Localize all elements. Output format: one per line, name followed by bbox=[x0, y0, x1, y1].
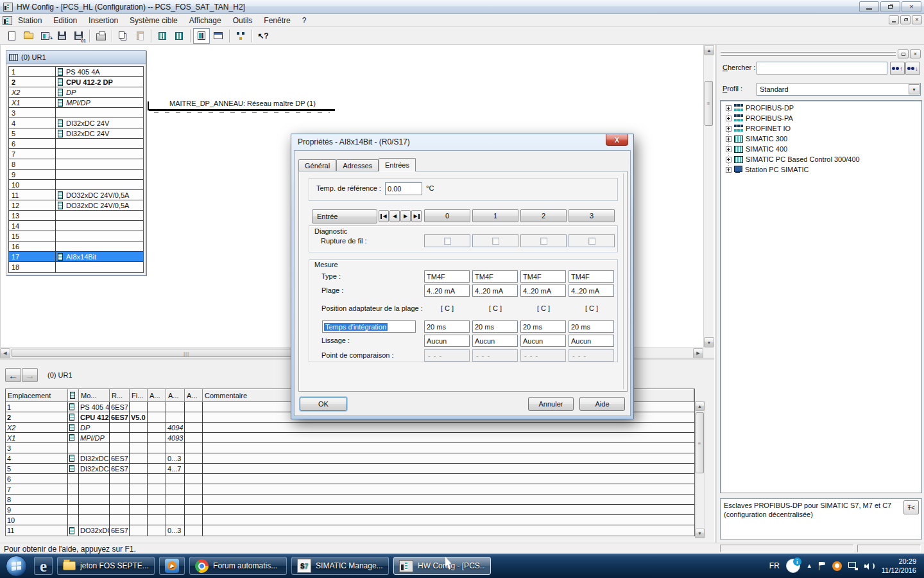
checkbox-unchecked[interactable] bbox=[444, 238, 451, 245]
integration-value-0[interactable]: 20 ms bbox=[424, 320, 470, 333]
lissage-value-1[interactable]: Aucun bbox=[472, 335, 518, 347]
nav-previous-button[interactable]: ◀ bbox=[389, 210, 400, 222]
rack-slot-2[interactable]: 2CPU 412-2 DP bbox=[9, 77, 143, 87]
network-configuration-button[interactable] bbox=[232, 28, 249, 44]
table-row-5[interactable]: 5DI32xDC 24V6ES74...7 bbox=[6, 464, 694, 474]
scroll-up-arrow[interactable]: ▲ bbox=[695, 401, 705, 411]
rack-slot-18[interactable]: 18 bbox=[9, 262, 143, 272]
tree-item-simatic-400[interactable]: SIMATIC 400 bbox=[721, 144, 921, 154]
lissage-value-2[interactable]: Aucun bbox=[520, 335, 566, 347]
new-station-button[interactable] bbox=[3, 28, 20, 44]
rack-slot-16[interactable]: 16 bbox=[9, 241, 143, 252]
nav-next-button[interactable]: ▶ bbox=[400, 210, 411, 222]
channel-column-header-1[interactable]: 1 bbox=[472, 209, 518, 222]
upload-from-module-button[interactable]: ↑ bbox=[171, 28, 187, 44]
expand-plus-icon[interactable] bbox=[726, 146, 732, 152]
action-center-flag-icon[interactable] bbox=[819, 562, 826, 570]
taskbar-button-internet-explorer[interactable]: e bbox=[34, 557, 53, 575]
mdi-minimize-button[interactable] bbox=[889, 15, 899, 24]
comparison-value-1[interactable]: - - - bbox=[472, 349, 518, 362]
table-row-x1[interactable]: X1MPI/DP4093 bbox=[6, 433, 694, 443]
table-row-8[interactable]: 8 bbox=[6, 495, 694, 505]
dp-master-label[interactable]: MAITRE_DP_ANNEAU: Réseau maître DP (1) bbox=[169, 100, 316, 107]
table-row-10[interactable]: 10 bbox=[6, 515, 694, 525]
open-online-button[interactable] bbox=[37, 28, 53, 44]
cancel-button[interactable]: Annuler bbox=[528, 397, 574, 411]
table-row-9[interactable]: 9 bbox=[6, 505, 694, 515]
nav-last-button[interactable]: ▶ bbox=[411, 210, 422, 222]
context-help-button[interactable]: ↖? bbox=[255, 28, 271, 44]
chevron-down-icon[interactable]: ▼ bbox=[909, 84, 920, 94]
show-hidden-icons-chevron[interactable]: ▲ bbox=[807, 563, 812, 569]
taskbar-button-hw-config[interactable]: HW Config - [PCS... bbox=[393, 557, 491, 575]
table-row-6[interactable]: 6 bbox=[6, 474, 694, 484]
expand-plus-icon[interactable] bbox=[726, 116, 732, 121]
position-value-1[interactable]: [ C ] bbox=[472, 303, 518, 313]
lissage-value-0[interactable]: Aucun bbox=[424, 335, 470, 347]
integration-time-field[interactable]: Temps d'intégration bbox=[322, 320, 416, 333]
tree-item-profibus-dp[interactable]: PROFIBUS-DP bbox=[721, 103, 921, 113]
rack-slot-10[interactable]: 10 bbox=[9, 180, 143, 190]
find-next-button[interactable]: ↑ bbox=[890, 62, 905, 75]
checkbox-unchecked[interactable] bbox=[588, 238, 595, 245]
checkbox-unchecked[interactable] bbox=[492, 238, 499, 245]
catalog-sort-button[interactable]: Ŧ< bbox=[903, 500, 919, 514]
menu-outils[interactable]: Outils bbox=[227, 15, 259, 26]
save-and-compile-button[interactable]: 01 bbox=[70, 28, 87, 44]
type-value-3[interactable]: TM4F bbox=[569, 270, 614, 283]
reference-temp-input[interactable]: 0.00 bbox=[385, 182, 422, 195]
menu-edition[interactable]: Edition bbox=[47, 15, 83, 26]
catalog-drag-grip[interactable] bbox=[721, 51, 896, 53]
canvas-vertical-scrollbar[interactable]: ▲ ≡ ▼ bbox=[703, 45, 714, 347]
rack-slot-9[interactable]: 9 bbox=[9, 170, 143, 180]
rack-slot-5[interactable]: 5DI32xDC 24V bbox=[9, 128, 143, 139]
table-vertical-scrollbar[interactable]: ▲ ≡ ▼ bbox=[695, 401, 705, 538]
minimize-button[interactable] bbox=[859, 1, 879, 12]
expand-plus-icon[interactable] bbox=[726, 105, 732, 111]
table-row-11[interactable]: 11DO32xDC 24V/0,5A6ES70...3 bbox=[6, 525, 694, 536]
canvas-vscroll-thumb[interactable]: ≡ bbox=[705, 81, 713, 126]
integration-value-2[interactable]: 20 ms bbox=[520, 320, 566, 333]
menu-station[interactable]: Station bbox=[12, 15, 47, 26]
expand-plus-icon[interactable] bbox=[726, 136, 732, 142]
scroll-up-arrow[interactable]: ▲ bbox=[704, 45, 714, 55]
station-window-button[interactable] bbox=[210, 28, 227, 44]
navigate-forward-button[interactable]: → bbox=[22, 368, 38, 382]
comparison-value-2[interactable]: - - - bbox=[520, 349, 566, 362]
rack-slot-17[interactable]: 17AI8x14Bit bbox=[9, 252, 143, 262]
rack-slot-1[interactable]: 1PS 405 4A bbox=[9, 67, 143, 77]
table-row-3[interactable]: 3 bbox=[6, 443, 694, 453]
rack-slot-x2[interactable]: X2DP bbox=[9, 87, 143, 98]
module-icon-column-header[interactable] bbox=[68, 389, 79, 402]
profile-select[interactable]: Standard ▼ bbox=[757, 83, 921, 96]
scroll-down-arrow[interactable]: ▼ bbox=[704, 337, 714, 347]
type-value-0[interactable]: TM4F bbox=[424, 270, 470, 283]
mdi-close-button[interactable]: × bbox=[912, 15, 922, 24]
print-button[interactable] bbox=[92, 28, 109, 44]
language-indicator[interactable]: FR bbox=[769, 561, 780, 570]
checkbox-unchecked[interactable] bbox=[540, 238, 547, 245]
rack-slot-4[interactable]: 4DI32xDC 24V bbox=[9, 118, 143, 128]
mdi-child-icon[interactable] bbox=[3, 16, 12, 25]
rack-slot-3[interactable]: 3 bbox=[9, 108, 143, 118]
expand-plus-icon[interactable] bbox=[726, 157, 732, 162]
rack-slot-x1[interactable]: X1MPI/DP bbox=[9, 98, 143, 108]
tree-item-profinet-io[interactable]: PROFINET IO bbox=[721, 123, 921, 134]
rack-titlebar[interactable]: (0) UR1 bbox=[6, 51, 146, 64]
table-row-7[interactable]: 7 bbox=[6, 484, 694, 495]
entry-header-button[interactable]: Entrée bbox=[312, 209, 377, 223]
tree-item-station-pc-simatic[interactable]: Station PC SIMATIC bbox=[721, 164, 921, 175]
help-button[interactable]: Aide bbox=[579, 397, 625, 411]
rack-slot-6[interactable]: 6 bbox=[9, 139, 143, 149]
restore-button[interactable] bbox=[880, 1, 900, 12]
close-button[interactable]: × bbox=[902, 1, 921, 12]
menu-[interactable]: ? bbox=[296, 15, 312, 26]
rack-slot-15[interactable]: 15 bbox=[9, 231, 143, 241]
lissage-value-3[interactable]: Aucun bbox=[569, 335, 614, 347]
find-previous-button[interactable]: ↓ bbox=[905, 62, 920, 75]
copy-button[interactable] bbox=[115, 28, 132, 44]
menu-insertion[interactable]: Insertion bbox=[83, 15, 124, 26]
navigate-back-button[interactable]: ← bbox=[5, 368, 21, 382]
volume-tray-icon[interactable] bbox=[864, 562, 874, 570]
column-header-r[interactable]: R... bbox=[110, 389, 130, 402]
